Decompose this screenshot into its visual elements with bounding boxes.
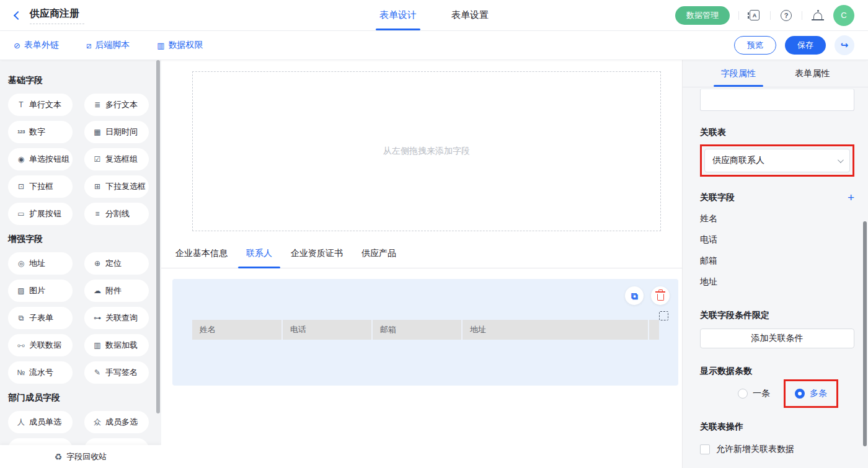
related-field-email: 邮箱 [700,254,854,267]
condition-limit-label: 关联字段条件限定 [700,310,854,321]
radio-single-record[interactable]: 一条 [738,388,770,399]
field-member-multi[interactable]: 众成员多选 [84,411,149,433]
allow-add-checkbox[interactable] [700,444,710,454]
field-date-time[interactable]: ▦日期时间 [84,121,149,143]
cloud-upload-icon: ☁ [92,287,102,294]
table-ops-label: 关联表操作 [700,422,854,433]
recycle-bin-label: 字段回收站 [66,451,107,462]
trash-icon [657,294,664,301]
expand-icon[interactable] [659,311,668,320]
tab-company-basic-info[interactable]: 企业基本信息 [174,248,229,268]
field-recycle-bin[interactable]: ♻ 字段回收站 [0,445,161,468]
related-table-select[interactable]: 供应商联系人 [704,149,850,172]
radio-on-icon [795,389,805,399]
field-palette-sidebar: 基础字段 T单行文本 ≣多行文本 123数字 ▦日期时间 ◉单选按钮组 ☑复选框… [0,60,161,468]
field-single-line-text[interactable]: T单行文本 [8,94,73,116]
divider [802,11,802,20]
back-icon[interactable] [14,11,22,19]
form-external-link[interactable]: ⊘ 表单外链 [14,40,59,51]
multi-line-text-icon: ≣ [92,101,102,108]
radio-multi-record[interactable]: 多条 [795,388,827,399]
field-related-data[interactable]: ⧟关联数据 [8,334,73,356]
checkbox-icon: ☑ [92,156,102,163]
chevron-down-icon [838,157,844,163]
permission-icon: ▥ [157,42,164,50]
link-chain-icon: ⧟ [16,342,26,349]
map-pin-icon: ◎ [16,260,26,267]
related-data-table-header: 姓名 电话 邮箱 地址 [192,320,659,340]
avatar[interactable]: C [833,5,854,26]
form-external-link-label: 表单外链 [24,40,59,51]
backend-script-label: 后端脚本 [95,40,130,51]
annotation-box-related-table: 供应商联系人 [700,144,854,177]
field-number[interactable]: 123数字 [8,121,73,143]
add-condition-button[interactable]: 添加关联条件 [700,329,854,348]
link-icon: ⊘ [14,42,20,50]
data-manage-button[interactable]: 数据管理 [675,6,730,25]
field-extend-button[interactable]: ▭扩展按钮 [8,203,73,225]
page-title[interactable]: 供应商注册 [30,6,84,24]
related-field-phone: 电话 [700,233,854,245]
address-book-icon[interactable]: A [748,9,761,22]
preview-button[interactable]: 预览 [734,36,776,55]
related-data-field-card[interactable]: ⧉ 姓名 电话 邮箱 地址 [172,279,678,386]
help-icon[interactable]: ? [779,9,793,22]
drop-zone[interactable]: 从左侧拖拽来添加字段 [192,71,661,231]
panel-scrollbar[interactable] [863,221,867,446]
share-button[interactable]: ↪ [835,35,854,55]
field-multi-line-text[interactable]: ≣多行文本 [84,94,149,116]
backend-script-link[interactable]: ⧄ 后端脚本 [86,40,130,51]
field-checkbox-group[interactable]: ☑复选框组 [84,148,149,170]
column-header-phone: 电话 [283,320,373,340]
add-field-icon[interactable]: + [848,192,854,203]
field-related-query[interactable]: ⊶关联查询 [84,307,149,329]
field-title-input[interactable] [700,89,854,111]
canvas-tab-bar: 企业基本信息 联系人 企业资质证书 供应产品 [161,248,682,268]
related-field-address: 地址 [700,275,854,288]
script-icon: ⧄ [86,42,91,50]
share-icon: ↪ [841,40,849,51]
tab-form-settings[interactable]: 表单设置 [451,0,489,30]
recycle-icon: ♻ [55,453,63,461]
section-title-enhanced-fields: 增强字段 [8,234,151,245]
related-table-value: 供应商联系人 [712,155,838,166]
field-multi-select-dropdown[interactable]: ⊞下拉复选框 [84,175,149,198]
related-field-name: 姓名 [700,212,854,224]
sidebar-scrollbar[interactable] [156,60,160,413]
field-attachment[interactable]: ☁附件 [84,280,149,302]
copy-field-button[interactable]: ⧉ [625,286,644,305]
divider [738,11,739,20]
field-location[interactable]: ⊕定位 [84,252,149,275]
copy-icon: ⧉ [631,291,638,301]
field-select[interactable]: ⊡下拉框 [8,175,73,198]
field-data-load[interactable]: ▥数据加载 [84,334,149,356]
tab-contacts[interactable]: 联系人 [244,248,274,268]
number-icon: 123 [16,130,26,135]
field-address[interactable]: ◎地址 [8,252,73,275]
field-member-single[interactable]: 人成员单选 [8,411,73,433]
tab-field-properties[interactable]: 字段属性 [721,60,756,87]
annotation-box-multi-record: 多条 [784,379,838,408]
field-signature[interactable]: ✎手写签名 [84,361,149,384]
field-divider[interactable]: ≡分割线 [84,203,149,225]
radio-off-icon [738,389,748,399]
property-panel: 字段属性 表单属性 关联表 供应商联系人 关联字段 + 姓名 电话 邮箱 地址 … [682,60,868,468]
notification-bell-icon[interactable] [811,9,825,22]
tab-form-design[interactable]: 表单设计 [379,0,417,30]
display-count-label: 显示数据条数 [700,366,854,377]
app-header: 供应商注册 表单设计 表单设置 数据管理 A ? C [0,0,868,31]
section-title-member-fields: 部门成员字段 [8,392,151,404]
tab-form-properties[interactable]: 表单属性 [795,60,830,87]
tab-supply-products[interactable]: 供应产品 [360,248,398,268]
delete-field-button[interactable] [651,286,670,305]
related-table-label: 关联表 [700,127,854,138]
tab-qualification-certs[interactable]: 企业资质证书 [289,248,345,268]
field-serial-number[interactable]: №流水号 [8,361,73,384]
field-subform[interactable]: ⧉子表单 [8,307,73,329]
data-permission-link[interactable]: ▥ 数据权限 [157,40,203,51]
save-button[interactable]: 保存 [785,36,826,55]
serial-number-icon: № [16,369,26,376]
field-radio-group[interactable]: ◉单选按钮组 [8,148,73,170]
column-header-name: 姓名 [192,320,283,340]
field-image[interactable]: ▨图片 [8,280,73,302]
